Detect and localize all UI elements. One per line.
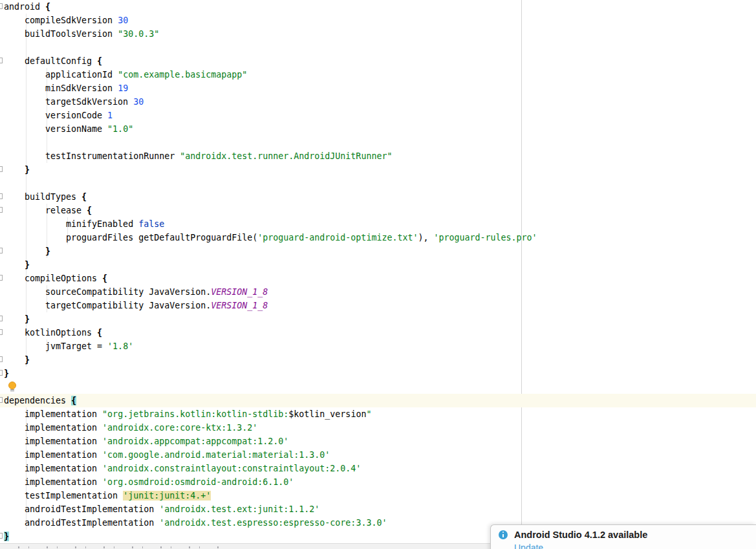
code-line[interactable]: defaultConfig { xyxy=(0,54,756,68)
code-line[interactable]: implementation "org.jetbrains.kotlin:kot… xyxy=(0,407,756,421)
fold-marker-icon[interactable] xyxy=(0,533,3,539)
code-token: 'proguard-rules.pro' xyxy=(433,233,537,242)
code-token: { xyxy=(71,396,76,405)
code-editor[interactable]: android { compileSdkVersion 30 buildTool… xyxy=(0,0,756,549)
code-token: dependencies xyxy=(4,396,71,405)
code-token: 'org.osmdroid:osmdroid-android:6.1.0' xyxy=(102,477,294,487)
code-line[interactable]: sourceCompatibility JavaVersion.VERSION_… xyxy=(0,285,756,299)
code-line[interactable]: versionCode 1 xyxy=(0,109,756,122)
code-line[interactable]: } xyxy=(0,353,756,367)
code-line[interactable]: targetSdkVersion 30 xyxy=(0,95,756,109)
code-line[interactable]: implementation 'androidx.core:core-ktx:1… xyxy=(0,421,756,435)
fold-marker-icon[interactable] xyxy=(0,58,3,63)
notification-popup: Android Studio 4.1.2 available Update... xyxy=(490,524,756,549)
code-token: { xyxy=(97,56,102,66)
code-token: release xyxy=(4,206,87,215)
code-token: implementation xyxy=(4,436,102,446)
code-line[interactable] xyxy=(0,380,756,394)
intention-bulb-icon[interactable] xyxy=(8,382,16,389)
code-line[interactable]: } xyxy=(0,367,756,380)
code-token: targetSdkVersion xyxy=(4,97,133,107)
fold-marker-icon[interactable] xyxy=(0,316,3,321)
code-token: } xyxy=(4,314,30,324)
code-token: sourceCompatibility JavaVersion. xyxy=(4,287,211,297)
fold-marker-icon[interactable] xyxy=(0,3,3,9)
code-line[interactable]: compileOptions { xyxy=(0,272,756,285)
code-token: android xyxy=(4,2,45,12)
code-line-caret[interactable]: dependencies { xyxy=(0,394,756,407)
code-token: testInstrumentationRunner xyxy=(4,151,180,161)
code-line[interactable]: applicationId "com.example.basicmapapp" xyxy=(0,68,756,81)
code-line[interactable] xyxy=(0,177,756,190)
code-line[interactable]: release { xyxy=(0,204,756,217)
code-token: 'junit:junit:4.+' xyxy=(123,491,211,501)
gradle-editor-screen: { "editor": { "file_kind": "build.gradle… xyxy=(0,0,756,549)
code-token: versionCode xyxy=(4,111,107,120)
fold-marker-icon[interactable] xyxy=(0,397,3,403)
code-token: minSdkVersion xyxy=(4,83,118,93)
code-line[interactable]: jvmTarget = '1.8' xyxy=(0,339,756,353)
code-line[interactable]: proguardFiles getDefaultProguardFile('pr… xyxy=(0,231,756,244)
code-line[interactable]: kotlinOptions { xyxy=(0,326,756,339)
code-line[interactable]: } xyxy=(0,312,756,326)
fold-marker-icon[interactable] xyxy=(0,207,3,213)
code-line[interactable]: compileSdkVersion 30 xyxy=(0,14,756,27)
code-token: defaultConfig xyxy=(4,56,97,66)
code-line[interactable]: buildTypes { xyxy=(0,190,756,204)
fold-marker-icon[interactable] xyxy=(0,248,3,253)
code-line[interactable]: implementation 'androidx.appcompat:appco… xyxy=(0,435,756,448)
code-line[interactable]: } xyxy=(0,244,756,258)
code-token: implementation xyxy=(4,423,102,433)
code-token: 'androidx.constraintlayout:constraintlay… xyxy=(102,464,361,473)
code-token: targetCompatibility JavaVersion. xyxy=(4,301,211,310)
code-token: } xyxy=(4,246,50,256)
code-line[interactable]: implementation 'androidx.constraintlayou… xyxy=(0,462,756,475)
code-token: jvmTarget = xyxy=(4,341,107,351)
code-token: { xyxy=(102,274,107,283)
code-token: minifyEnabled xyxy=(4,219,138,229)
code-token: "com.example.basicmapapp" xyxy=(118,70,247,80)
code-token: "1.0" xyxy=(107,124,133,134)
fold-marker-icon[interactable] xyxy=(0,356,3,362)
code-token: false xyxy=(138,219,164,229)
code-token: "30.0.3" xyxy=(118,29,159,39)
fold-marker-icon[interactable] xyxy=(0,166,3,172)
fold-marker-icon[interactable] xyxy=(0,370,3,376)
code-token: '1.8' xyxy=(107,341,133,351)
code-line[interactable]: versionName "1.0" xyxy=(0,122,756,136)
update-link[interactable]: Update... xyxy=(514,542,647,549)
code-token: implementation xyxy=(4,477,102,487)
code-token: 'androidx.test.espresso:espresso-core:3.… xyxy=(159,518,387,528)
code-token: VERSION_1_8 xyxy=(211,287,268,297)
code-line[interactable]: buildToolsVersion "30.0.3" xyxy=(0,27,756,41)
code-area[interactable]: android { compileSdkVersion 30 buildTool… xyxy=(0,0,756,543)
code-line[interactable]: testImplementation 'junit:junit:4.+' xyxy=(0,489,756,502)
code-line[interactable]: minifyEnabled false xyxy=(0,217,756,231)
code-token: } xyxy=(4,369,9,378)
code-line[interactable]: } xyxy=(0,258,756,272)
code-token: versionName xyxy=(4,124,107,134)
code-token: } xyxy=(4,260,30,270)
code-token: 'com.google.android.material:material:1.… xyxy=(102,450,330,460)
code-line[interactable]: implementation 'org.osmdroid:osmdroid-an… xyxy=(0,475,756,489)
code-line[interactable]: implementation 'com.google.android.mater… xyxy=(0,448,756,462)
code-line[interactable] xyxy=(0,41,756,54)
code-line[interactable]: targetCompatibility JavaVersion.VERSION_… xyxy=(0,299,756,312)
code-token: " xyxy=(366,409,371,419)
fold-marker-icon[interactable] xyxy=(0,275,3,281)
code-token: $kotlin_version xyxy=(288,409,366,419)
fold-marker-icon[interactable] xyxy=(0,193,3,199)
code-line[interactable]: } xyxy=(0,163,756,177)
code-line[interactable]: androidTestImplementation 'androidx.test… xyxy=(0,502,756,516)
code-line[interactable]: minSdkVersion 19 xyxy=(0,81,756,95)
code-token: 'androidx.appcompat:appcompat:1.2.0' xyxy=(102,436,288,446)
code-token: proguardFiles getDefaultProguardFile( xyxy=(4,233,257,242)
code-line[interactable]: android { xyxy=(0,0,756,14)
code-token: ), xyxy=(418,233,433,242)
code-line[interactable]: testInstrumentationRunner "androidx.test… xyxy=(0,149,756,163)
code-line[interactable] xyxy=(0,136,756,149)
code-token: 'proguard-android-optimize.txt' xyxy=(257,233,418,242)
code-token: implementation xyxy=(4,450,102,460)
fold-marker-icon[interactable] xyxy=(0,329,3,335)
code-token: buildTypes xyxy=(4,192,81,202)
